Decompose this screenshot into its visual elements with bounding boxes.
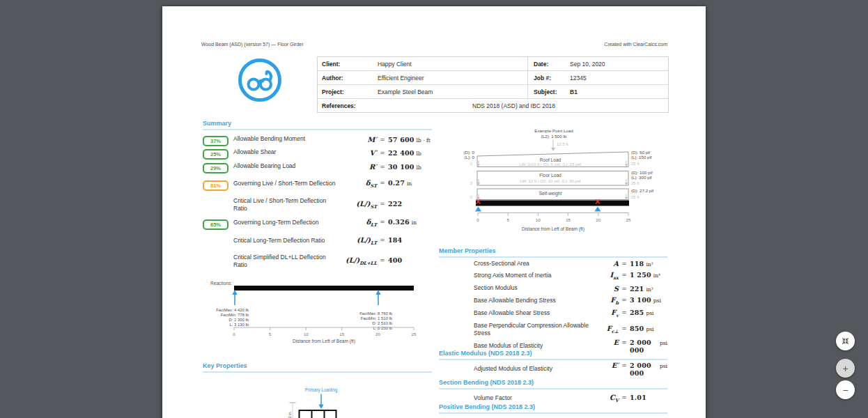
info-value: Example Steel Beam <box>378 88 433 95</box>
svg-text:LW: 0/10 ft | (D): 5 psf, (L):: LW: 0/10 ft | (D): 5 psf, (L): 15 psf <box>520 162 582 167</box>
math-symbol: Fb <box>591 296 619 306</box>
point-load-label: Example Point Load <box>534 128 573 133</box>
value-expression: Fb=3 100psi <box>591 296 667 306</box>
equals-sign: = <box>619 286 630 293</box>
member-properties-rows: Cross-Sectional AreaA=118in²Strong Axis … <box>439 258 667 353</box>
info-table-row: Client:Happy ClientDate:Sep 10, 2020 <box>318 57 668 71</box>
svg-text:Roof Load: Roof Load <box>540 157 561 162</box>
calc-section: Section Bending (NDS 2018 2.3)Volume Fac… <box>439 379 667 405</box>
equals-sign: = <box>377 150 388 157</box>
value-expression: Fc⊥=850psi <box>591 325 667 334</box>
calc-section-heading: Positive Bending (NDS 2018 2.3) <box>439 403 667 414</box>
property-row-label: Base Modulus of Elasticity <box>474 342 591 350</box>
calc-section-heading: Elastic Modulus (NDS 2018 2.3) <box>439 350 667 360</box>
summary-row: 65%Governing Long-Term DeflectionδLT=0.3… <box>203 215 434 231</box>
svg-text:FactMax: 8 760 lb: FactMax: 8 760 lb <box>359 311 393 316</box>
equals-sign: = <box>377 201 388 208</box>
svg-text:20: 20 <box>596 217 600 222</box>
svg-text:5: 5 <box>269 332 272 336</box>
math-subscript: DL+LL <box>359 261 377 266</box>
summary-row: 81%Governing Live / Short-Term Deflectio… <box>203 173 434 194</box>
svg-text:10: 10 <box>536 217 541 222</box>
summary-row-label: Critical Long-Term Deflection Ratio <box>233 237 339 245</box>
svg-text:25: 25 <box>626 217 631 222</box>
svg-text:15: 15 <box>566 217 571 222</box>
svg-text:(D): 27.2 plf: (D): 27.2 plf <box>631 188 654 193</box>
equals-sign: = <box>619 339 630 346</box>
utilization-badge: 81% <box>203 180 228 191</box>
property-row-label: Volume Factor <box>474 394 591 402</box>
svg-text:0: 0 <box>476 217 479 222</box>
info-value: Sep 10, 2020 <box>570 61 605 68</box>
math-symbol: Ixx <box>591 271 619 281</box>
property-row-label: Base Allowable Shear Stress <box>474 309 591 317</box>
value-number: 118 <box>630 260 644 268</box>
document-title: Wood Beam (ASD) (version 57) — Floor Gir… <box>201 42 304 47</box>
equals-sign: = <box>377 219 388 226</box>
equals-sign: = <box>619 362 630 369</box>
beam-bar <box>476 201 629 206</box>
math-symbol: δST <box>339 179 377 189</box>
math-subscript: LT <box>371 240 377 246</box>
zoom-in-button[interactable]: + <box>836 359 855 378</box>
value-number: 184 <box>388 236 402 244</box>
svg-text:10: 10 <box>304 332 309 336</box>
document-canvas[interactable]: Wood Beam (ASD) (version 57) — Floor Gir… <box>0 0 868 418</box>
property-row: Base Allowable Bending StressFb=3 100psi <box>439 295 667 307</box>
summary-rows: 37%Allowable Bending MomentM′=57 600lb ·… <box>203 133 434 272</box>
value-unit: lb <box>417 164 421 171</box>
math-symbol: Fv <box>591 309 619 318</box>
value-unit: psi <box>646 326 653 332</box>
svg-text:D: 2 510 lb: D: 2 510 lb <box>373 321 393 325</box>
svg-text:FactMin: 1 510 lb: FactMin: 1 510 lb <box>361 316 393 320</box>
report-page: Wood Beam (ASD) (version 57) — Floor Gir… <box>162 6 706 418</box>
value-unit: in <box>407 180 412 187</box>
svg-text:20: 20 <box>375 332 380 336</box>
fit-to-screen-button[interactable] <box>836 332 855 350</box>
value-expression: δLT=0.326in <box>339 218 434 228</box>
credit-line: Created with ClearCalcs.com <box>604 42 667 47</box>
math-symbol: CV <box>591 394 619 403</box>
info-value: Happy Client <box>378 61 412 68</box>
summary-heading: Summary <box>203 120 432 130</box>
reactions-diagram: Reactions: FactMax: 4 420 lb FactMin: 77… <box>202 277 432 345</box>
zoom-out-button[interactable]: − <box>836 380 855 399</box>
property-row: Base Perpendicular Compression Allowable… <box>439 320 667 339</box>
svg-text:LW: 10 ft | (D): 10 psf, (L):: LW: 10 ft | (D): 10 psf, (L): 30 psf <box>520 179 581 183</box>
property-row: Base Allowable Shear StressFv=285psi <box>439 307 667 320</box>
reaction-arrow-left-icon <box>232 290 237 305</box>
load-diagram: Example Point Load (L2): 1 500 lb 12.5 f… <box>439 125 669 237</box>
equals-sign: = <box>377 257 388 264</box>
svg-text:D: 1 300 lb: D: 1 300 lb <box>229 318 249 322</box>
equals-sign: = <box>377 237 388 244</box>
value-number: 3 100 <box>630 296 651 304</box>
value-expression: V′=22 400lb <box>339 149 434 157</box>
info-value: 12345 <box>570 75 587 82</box>
svg-text:0: 0 <box>470 181 473 185</box>
value-unit: in⁴ <box>653 272 660 279</box>
value-expression: CV=1.01 <box>591 394 667 403</box>
property-row-label: Strong Axis Moment of Inertia <box>474 272 591 279</box>
math-symbol: E <box>591 339 619 346</box>
svg-text:(D): 0: (D): 0 <box>464 150 475 155</box>
calc-section: Positive Bending (NDS 2018 2.3) <box>439 403 667 414</box>
value-number: 0.27 <box>388 179 405 187</box>
calc-section: Elastic Modulus (NDS 2018 2.3)Adjusted M… <box>439 350 667 376</box>
svg-text:12.5 ft: 12.5 ft <box>557 142 568 146</box>
value-expression: Fv=285psi <box>591 309 667 318</box>
svg-text:0: 0 <box>470 162 473 166</box>
info-table-row: Author:Efficient EngineerJob #:12345 <box>318 71 668 85</box>
point-load-arrow-icon <box>551 140 555 151</box>
reactions-title: Reactions: <box>210 281 232 286</box>
svg-text:(D): 100 plf: (D): 100 plf <box>631 170 653 175</box>
math-symbol: M′ <box>339 136 377 144</box>
svg-text:(L2): 1 500 lb: (L2): 1 500 lb <box>541 134 567 139</box>
equals-sign: = <box>377 180 388 187</box>
value-number: 0.326 <box>388 218 410 226</box>
math-symbol: R′ <box>339 163 377 171</box>
math-symbol: (L/)DL+LL <box>339 256 377 266</box>
info-value: Efficient Engineer <box>378 75 424 82</box>
equals-sign: = <box>619 309 630 316</box>
property-row: Section ModulusS=221in³ <box>439 282 667 295</box>
equals-sign: = <box>377 137 388 144</box>
